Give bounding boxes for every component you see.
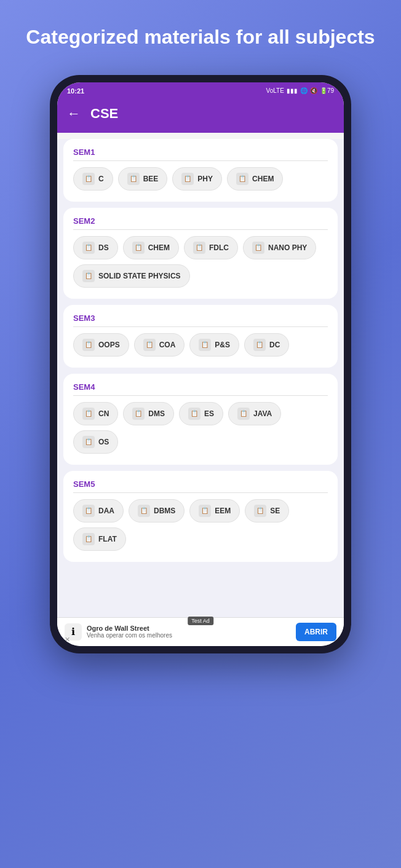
subject-chip[interactable]: 📋 DC	[244, 333, 289, 357]
chip-label: COA	[159, 341, 176, 349]
subject-chip[interactable]: 📋 EEM	[189, 499, 240, 523]
mute-icon: 🔇	[310, 87, 317, 94]
ad-label: Test Ad	[188, 617, 213, 625]
ad-description: Venha operar com os melhores	[87, 632, 291, 639]
chip-label: FLAT	[98, 535, 117, 543]
doc-icon: 📋	[82, 270, 95, 282]
sem4-section: SEM4 📋 CN 📋 DMS 📋 ES 📋	[63, 374, 338, 465]
sem1-title: SEM1	[73, 148, 328, 161]
status-bar: 10:21 VoLTE ▮▮▮ 🌐 🔇 🔋79	[57, 82, 344, 98]
back-button[interactable]: ←	[67, 106, 81, 122]
subject-chip[interactable]: 📋 BEE	[118, 167, 168, 191]
subject-chip[interactable]: 📋 DMS	[123, 402, 174, 425]
chip-label: DAA	[98, 507, 114, 515]
page-title: Categorized materials for all subjects	[7, 25, 393, 50]
chip-label: OOPS	[98, 341, 120, 349]
sem5-chips: 📋 DAA 📋 DBMS 📋 EEM 📋 SE	[73, 499, 328, 551]
status-time: 10:21	[67, 87, 84, 95]
subject-chip[interactable]: 📋 PHY	[172, 167, 222, 191]
doc-icon: 📋	[82, 339, 95, 351]
sem4-title: SEM4	[73, 382, 328, 396]
chip-label: SE	[270, 507, 280, 515]
subject-chip[interactable]: 📋 NANO PHY	[243, 236, 316, 259]
chip-label: PHY	[197, 175, 213, 183]
chip-label: P&S	[215, 341, 230, 349]
chip-label: CHEM	[148, 243, 170, 252]
chip-label: BEE	[143, 175, 159, 183]
ad-open-button[interactable]: ABRIR	[296, 623, 336, 641]
doc-icon: 📋	[82, 505, 95, 517]
subject-chip[interactable]: 📋 DAA	[73, 499, 124, 523]
ad-close-button[interactable]: ✕	[65, 636, 70, 644]
doc-icon: 📋	[199, 505, 211, 517]
doc-icon: 📋	[82, 436, 95, 448]
doc-icon: 📋	[253, 339, 266, 351]
chip-label: JAVA	[253, 409, 272, 418]
subject-chip[interactable]: 📋 CHEM	[227, 167, 283, 191]
sem5-title: SEM5	[73, 479, 328, 493]
wifi-icon: 🌐	[300, 87, 308, 94]
sem2-chips: 📋 DS 📋 CHEM 📋 FDLC 📋 NANO PHY	[73, 236, 328, 288]
doc-icon: 📋	[252, 242, 264, 254]
doc-icon: 📋	[236, 173, 248, 185]
doc-icon: 📋	[82, 408, 95, 420]
volte-icon: VoLTE	[266, 87, 284, 94]
subject-chip[interactable]: 📋 C	[73, 167, 113, 191]
doc-icon: 📋	[188, 408, 200, 420]
doc-icon: 📋	[82, 173, 95, 185]
subject-chip[interactable]: 📋 OS	[73, 430, 118, 454]
doc-icon: 📋	[181, 173, 194, 185]
ad-text-area: Ogro de Wall Street Venha operar com os …	[87, 625, 291, 639]
doc-icon: 📋	[193, 242, 205, 254]
header-title: CSE	[90, 106, 118, 122]
chip-label: FDLC	[209, 243, 229, 252]
doc-icon: 📋	[82, 533, 95, 545]
signal-icon: ▮▮▮	[287, 87, 298, 94]
chip-label: DBMS	[154, 507, 175, 515]
subject-chip[interactable]: 📋 COA	[134, 333, 185, 357]
chip-label: ES	[204, 409, 214, 418]
subject-chip[interactable]: 📋 P&S	[189, 333, 239, 357]
subject-chip[interactable]: 📋 DBMS	[129, 499, 185, 523]
sem4-chips: 📋 CN 📋 DMS 📋 ES 📋 JAVA	[73, 402, 328, 454]
sem3-chips: 📋 OOPS 📋 COA 📋 P&S 📋 DC	[73, 333, 328, 357]
subject-chip[interactable]: 📋 SOLID STATE PHYSICS	[73, 264, 190, 288]
chip-label: DC	[269, 341, 280, 349]
phone-frame: 10:21 VoLTE ▮▮▮ 🌐 🔇 🔋79 ← CSE SEM1 📋	[50, 75, 351, 653]
doc-icon: 📋	[138, 505, 150, 517]
chip-label: OS	[98, 438, 109, 446]
subject-chip[interactable]: 📋 FDLC	[184, 236, 238, 259]
subject-chip[interactable]: 📋 SE	[245, 499, 289, 523]
doc-icon: 📋	[143, 339, 156, 351]
doc-icon: 📋	[254, 505, 266, 517]
ad-banner: Test Ad ℹ Ogro de Wall Street Venha oper…	[57, 617, 344, 646]
chip-label: NANO PHY	[268, 243, 307, 252]
subject-chip[interactable]: 📋 OOPS	[73, 333, 129, 357]
subject-chip[interactable]: 📋 CHEM	[123, 236, 179, 259]
sem2-section: SEM2 📋 DS 📋 CHEM 📋 FDLC 📋	[63, 208, 338, 299]
doc-icon: 📋	[127, 173, 140, 185]
sem3-section: SEM3 📋 OOPS 📋 COA 📋 P&S 📋	[63, 305, 338, 368]
ad-title: Ogro de Wall Street	[87, 625, 291, 632]
status-icons: VoLTE ▮▮▮ 🌐 🔇 🔋79	[266, 87, 334, 94]
subject-chip[interactable]: 📋 ES	[179, 402, 223, 425]
subject-chip[interactable]: 📋 DS	[73, 236, 118, 259]
chip-label: CN	[98, 409, 109, 418]
sem2-title: SEM2	[73, 216, 328, 230]
info-icon: ℹ	[71, 626, 75, 637]
battery-icon: 🔋79	[320, 87, 334, 94]
doc-icon: 📋	[237, 408, 250, 420]
app-header: ← CSE	[57, 98, 344, 133]
chip-label: EEM	[215, 507, 231, 515]
sem5-section: SEM5 📋 DAA 📋 DBMS 📋 EEM 📋	[63, 471, 338, 562]
doc-icon: 📋	[82, 242, 95, 254]
subject-chip[interactable]: 📋 CN	[73, 402, 118, 425]
chip-label: DMS	[148, 409, 165, 418]
chip-label: DS	[98, 243, 109, 252]
sem1-chips: 📋 C 📋 BEE 📋 PHY 📋 CHEM	[73, 167, 328, 191]
doc-icon: 📋	[132, 408, 145, 420]
subject-chip[interactable]: 📋 FLAT	[73, 527, 126, 551]
doc-icon: 📋	[199, 339, 211, 351]
sem1-section: SEM1 📋 C 📋 BEE 📋 PHY 📋	[63, 139, 338, 202]
subject-chip[interactable]: 📋 JAVA	[228, 402, 281, 425]
